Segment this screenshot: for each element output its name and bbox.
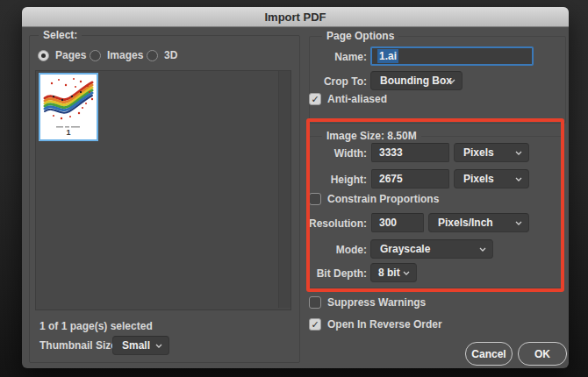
import-pdf-dialog: Import PDF Select: Pages Images 3D bbox=[22, 7, 569, 368]
height-unit-dropdown[interactable]: Pixels bbox=[454, 169, 529, 188]
radio-images[interactable]: Images bbox=[90, 49, 143, 61]
resolution-input[interactable] bbox=[371, 213, 424, 232]
checkbox-checked-icon: ✓ bbox=[309, 318, 321, 331]
width-unit-dropdown[interactable]: Pixels bbox=[454, 143, 529, 162]
checkbox-unchecked-icon bbox=[309, 193, 321, 205]
resolution-unit-dropdown[interactable]: Pixels/Inch bbox=[428, 213, 529, 232]
page-options-legend: Page Options bbox=[322, 30, 398, 42]
constrain-proportions-label: Constrain Proportions bbox=[327, 193, 439, 205]
radio-unselected-icon bbox=[90, 50, 101, 61]
ok-button-label: OK bbox=[534, 348, 550, 360]
constrain-proportions-checkbox[interactable]: Constrain Proportions bbox=[309, 193, 439, 205]
pdf-preview-art bbox=[40, 75, 97, 125]
selection-status: 1 of 1 page(s) selected bbox=[39, 320, 153, 332]
radio-3d-label: 3D bbox=[164, 49, 177, 61]
radio-pages[interactable]: Pages bbox=[38, 49, 86, 61]
name-input[interactable]: 1.ai bbox=[370, 46, 534, 66]
height-input[interactable] bbox=[371, 169, 449, 188]
crop-to-dropdown[interactable]: Bounding Box bbox=[370, 71, 463, 90]
chevron-down-icon bbox=[515, 221, 522, 225]
thumbnail-size-dropdown[interactable]: Small bbox=[112, 336, 169, 355]
height-unit-value: Pixels bbox=[455, 173, 494, 185]
resolution-label: Resolution: bbox=[303, 217, 367, 230]
suppress-warnings-label: Suppress Warnings bbox=[327, 296, 426, 309]
page-number: 1 bbox=[40, 128, 97, 137]
page-thumbnail[interactable]: 1 bbox=[39, 73, 98, 141]
anti-aliased-checkbox[interactable]: ✓ Anti-aliased bbox=[309, 93, 387, 105]
width-input[interactable] bbox=[371, 143, 449, 162]
thumbnail-size-label: Thumbnail Size: bbox=[39, 339, 120, 352]
mode-label: Mode: bbox=[303, 244, 367, 256]
bit-depth-dropdown[interactable]: 8 bit bbox=[370, 263, 417, 282]
radio-3d[interactable]: 3D bbox=[147, 49, 177, 61]
ok-button[interactable]: OK bbox=[518, 342, 567, 366]
chevron-down-icon bbox=[155, 344, 162, 348]
anti-aliased-label: Anti-aliased bbox=[327, 93, 387, 105]
crop-to-value: Bounding Box bbox=[371, 75, 452, 87]
name-value-selected-text: 1.ai bbox=[377, 49, 398, 63]
chevron-down-icon bbox=[479, 247, 486, 252]
chevron-down-icon bbox=[403, 271, 410, 275]
checkbox-checked-icon: ✓ bbox=[309, 93, 321, 105]
dialog-title: Import PDF bbox=[264, 11, 326, 24]
mode-value: Grayscale bbox=[371, 243, 430, 255]
height-label: Height: bbox=[303, 174, 367, 186]
chevron-down-icon bbox=[515, 151, 522, 155]
bit-depth-label: Bit Depth: bbox=[303, 267, 367, 280]
checkbox-unchecked-icon bbox=[309, 296, 321, 309]
open-reverse-order-checkbox[interactable]: ✓ Open In Reverse Order bbox=[309, 318, 442, 331]
width-label: Width: bbox=[303, 147, 367, 160]
suppress-warnings-checkbox[interactable]: Suppress Warnings bbox=[309, 296, 426, 309]
resolution-unit-value: Pixels/Inch bbox=[429, 217, 493, 229]
bit-depth-value: 8 bit bbox=[371, 267, 400, 279]
chevron-down-icon bbox=[448, 79, 455, 83]
cancel-button-label: Cancel bbox=[471, 348, 506, 360]
cancel-button[interactable]: Cancel bbox=[465, 342, 513, 366]
open-reverse-order-label: Open In Reverse Order bbox=[327, 318, 442, 331]
image-size-legend: Image Size: 8.50M bbox=[322, 130, 421, 142]
width-unit-value: Pixels bbox=[455, 146, 494, 159]
dialog-titlebar: Import PDF bbox=[22, 7, 569, 27]
radio-unselected-icon bbox=[147, 50, 158, 61]
scrollbar-track[interactable] bbox=[278, 71, 290, 308]
chevron-down-icon bbox=[515, 177, 522, 181]
radio-images-label: Images bbox=[107, 49, 143, 61]
select-legend: Select: bbox=[39, 29, 82, 41]
radio-selected-icon bbox=[38, 50, 49, 61]
thumbnail-size-value: Small bbox=[113, 339, 150, 352]
mode-dropdown[interactable]: Grayscale bbox=[370, 239, 493, 259]
crop-to-label: Crop To: bbox=[303, 75, 367, 88]
name-label: Name: bbox=[303, 51, 367, 63]
radio-pages-label: Pages bbox=[55, 49, 86, 61]
